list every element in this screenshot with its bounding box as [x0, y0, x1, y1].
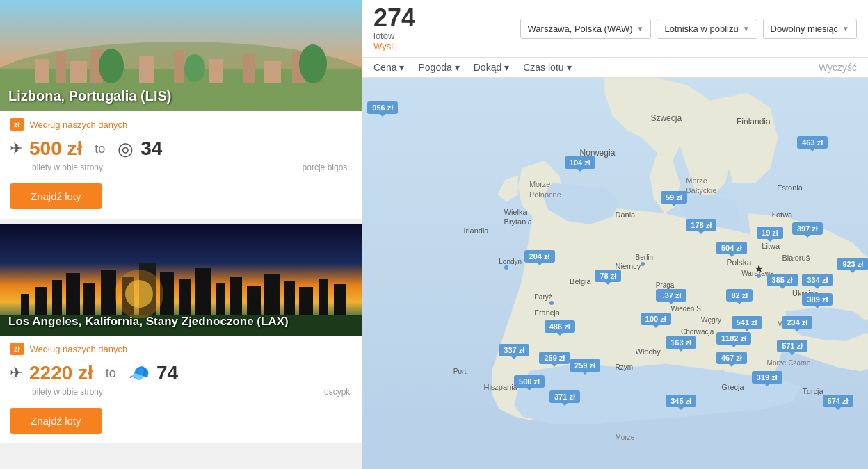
price-bubble-334[interactable]: 334 zł: [802, 274, 833, 286]
price-bubble-389[interactable]: 389 zł: [802, 293, 833, 306]
warsaw-star: ★: [754, 262, 764, 275]
map-header: 274 lotów Wyślij Warszawa, Polska (WAW) …: [362, 0, 868, 58]
la-title: Los Angeles, Kalifornia, Stany Zjednoczo…: [8, 315, 289, 329]
la-sub-row: bilety w obie strony oscypki: [10, 387, 352, 397]
price-bubble-337[interactable]: 337 zł: [499, 344, 529, 356]
lisbon-card: Lizbona, Portugalia (LIS) zł Według nasz…: [0, 0, 362, 219]
lisbon-to: to: [95, 142, 105, 156]
price-bubble-956[interactable]: 956 zł: [367, 101, 398, 114]
right-panel: 274 lotów Wyślij Warszawa, Polska (WAW) …: [362, 0, 868, 469]
airport-dropdown[interactable]: Warszawa, Polska (WAW) ▼: [520, 19, 652, 39]
la-image: Los Angeles, Kalifornia, Stany Zjednoczo…: [0, 224, 362, 336]
price-bubble-319[interactable]: 319 zł: [752, 371, 782, 384]
price-bubble-19[interactable]: 19 zł: [757, 227, 783, 239]
price-filter-arrow: ▾: [399, 62, 404, 73]
price-bubble-204[interactable]: 204 zł: [524, 250, 555, 263]
la-card-body: zł Według naszych danych ✈ 2220 zł to 🧢 …: [0, 336, 362, 443]
label-paryz: Paryż: [534, 293, 552, 301]
filter-weather[interactable]: Pogoda ▾: [418, 62, 459, 73]
label-morze-polnocne: MorzePółnocne: [529, 179, 561, 199]
svg-rect-8: [174, 50, 184, 83]
lisbon-portions: 34: [140, 138, 162, 160]
price-bubble-574[interactable]: 574 zł: [823, 395, 853, 407]
filter-flight-time[interactable]: Czas lotu ▾: [523, 62, 571, 73]
left-panel: Lizbona, Portugalia (LIS) zł Według nasz…: [0, 0, 362, 469]
price-bubble-100[interactable]: 100 zł: [641, 313, 671, 325]
label-wegry: Węgry: [701, 316, 721, 324]
label-morze-baltyckie: MorzeBałtyckie: [686, 176, 716, 196]
lisbon-card-body: zł Według naszych danych ✈ 500 zł to ◎ 3…: [0, 111, 362, 219]
lisbon-price-row: ✈ 500 zł to ◎ 34: [10, 138, 352, 160]
svg-rect-5: [70, 61, 87, 83]
send-link[interactable]: Wyślij: [373, 41, 415, 51]
month-dropdown[interactable]: Dowolny miesiąc ▼: [763, 19, 857, 39]
svg-point-38: [115, 270, 163, 318]
price-bubble-371[interactable]: 371 zł: [549, 390, 580, 403]
price-bubble-1182[interactable]: 1182 zł: [716, 332, 751, 345]
label-niemcy: Niemcy: [616, 262, 641, 270]
la-portions-label: oscypki: [324, 387, 352, 397]
la-portions: 74: [156, 362, 178, 384]
price-bubble-571[interactable]: 571 zł: [777, 340, 807, 352]
label-belgia: Belgia: [570, 277, 591, 286]
lisbon-label-row: zł Według naszych danych: [10, 118, 352, 131]
la-plane-icon: ✈: [10, 364, 22, 382]
label-wlochy: Włochy: [636, 347, 661, 356]
svg-rect-7: [139, 56, 154, 83]
filter-clear[interactable]: Wyczyść: [819, 62, 857, 73]
label-londyn: Londyn: [499, 258, 522, 265]
price-bubble-259a[interactable]: 259 zł: [539, 352, 570, 364]
label-finlandia: Finlandia: [737, 117, 771, 126]
filter-price[interactable]: Cena ▾: [373, 62, 404, 73]
price-bubble-82[interactable]: 82 zł: [726, 289, 753, 302]
nearby-dropdown[interactable]: Lotniska w pobliżu ▼: [657, 19, 757, 39]
price-bubble-163[interactable]: 163 zł: [666, 336, 696, 349]
price-bubble-467[interactable]: 467 zł: [716, 352, 747, 364]
label-wien: Wiedeń S.: [670, 305, 702, 313]
price-bubble-486[interactable]: 486 zł: [545, 320, 575, 333]
lisbon-find-button[interactable]: Znajdź loty: [10, 183, 102, 209]
label-rzym: Rzym: [616, 363, 634, 371]
label-bialorus: Białoruś: [782, 254, 810, 262]
price-bubble-504[interactable]: 504 zł: [716, 242, 747, 254]
target-icon: ◎: [118, 138, 134, 160]
la-find-button[interactable]: Znajdź loty: [10, 408, 102, 434]
lisbon-badge: zł: [10, 118, 24, 131]
dot-paris: [549, 301, 554, 305]
price-bubble-59[interactable]: 59 zł: [661, 191, 687, 204]
price-bubble-541[interactable]: 541 zł: [732, 316, 762, 329]
lisbon-label-text: Według naszych danych: [30, 120, 128, 130]
label-francja: Francja: [534, 308, 560, 317]
price-bubble-178[interactable]: 178 zł: [686, 219, 716, 231]
price-bubble-500[interactable]: 500 zł: [514, 375, 545, 388]
map-area: Szwecja Finlandia Norwegia MorzePółnocne…: [362, 78, 868, 469]
weather-filter-arrow: ▾: [455, 62, 460, 73]
filter-destination[interactable]: Dokąd ▾: [474, 62, 509, 73]
la-card: Los Angeles, Kalifornia, Stany Zjednoczo…: [0, 224, 362, 443]
lisbon-image: Lizbona, Portugalia (LIS): [0, 0, 362, 111]
price-bubble-345[interactable]: 345 zł: [666, 395, 696, 407]
nearby-dropdown-arrow: ▼: [743, 25, 750, 33]
label-chorwacja: Chorwacja: [681, 328, 714, 336]
label-grecja: Grecja: [721, 383, 744, 391]
price-bubble-463[interactable]: 463 zł: [797, 136, 828, 149]
filter-bar: Cena ▾ Pogoda ▾ Dokąd ▾ Czas lotu ▾ Wycz…: [362, 58, 868, 78]
la-price-sublabel: bilety w obie strony: [32, 387, 108, 397]
flights-label: lotów: [373, 31, 415, 41]
price-bubble-234[interactable]: 234 zł: [782, 316, 812, 329]
label-hiszpania: Hiszpania: [483, 383, 517, 391]
svg-rect-4: [56, 52, 66, 83]
svg-rect-9: [209, 59, 223, 83]
price-bubble-385[interactable]: 385 zł: [767, 274, 798, 286]
price-bubble-923[interactable]: 923 zł: [837, 258, 868, 270]
svg-rect-3: [35, 59, 49, 83]
price-bubble-78[interactable]: 78 zł: [595, 270, 621, 282]
destination-filter-arrow: ▾: [504, 62, 509, 73]
la-price: 2220 zł: [29, 362, 93, 384]
label-litwa: Litwa: [762, 242, 780, 250]
price-bubble-104[interactable]: 104 zł: [565, 156, 595, 169]
price-bubble-397[interactable]: 397 zł: [792, 222, 823, 235]
price-bubble-259b[interactable]: 259 zł: [570, 359, 600, 372]
svg-point-13: [99, 49, 124, 83]
la-label-text: Według naszych danych: [30, 344, 128, 354]
